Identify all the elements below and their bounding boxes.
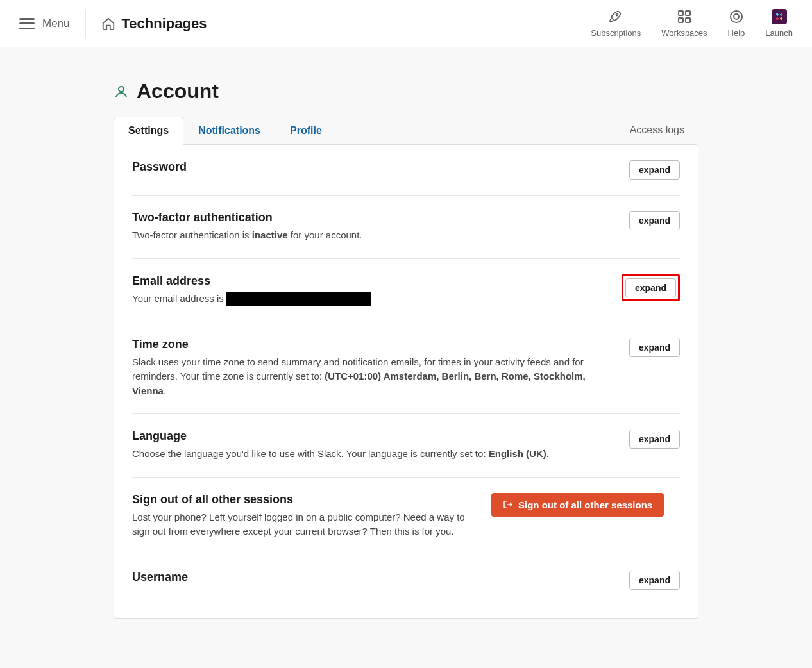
nav-label: Workspaces — [661, 28, 707, 38]
signout-icon — [503, 499, 513, 510]
person-icon — [114, 84, 129, 99]
menu-button[interactable]: Menu — [19, 10, 86, 38]
tab-profile[interactable]: Profile — [275, 117, 337, 145]
svg-rect-2 — [686, 11, 690, 15]
signout-all-button[interactable]: Sign out of all other sessions — [491, 493, 664, 517]
brand-name: Technipages — [122, 15, 207, 32]
section-title: Two-factor authentication — [132, 211, 616, 224]
menu-label: Menu — [42, 17, 70, 30]
svg-point-0 — [616, 14, 618, 16]
nav-help[interactable]: Help — [728, 9, 745, 38]
expand-language-button[interactable]: expand — [629, 430, 680, 449]
svg-point-7 — [119, 87, 124, 92]
section-desc: Slack uses your time zone to send summar… — [132, 355, 616, 399]
section-desc: Two-factor authentication is inactive fo… — [132, 228, 616, 243]
section-title: Language — [132, 430, 616, 443]
expand-timezone-button[interactable]: expand — [629, 338, 680, 357]
section-timezone: Time zone Slack uses your time zone to s… — [132, 322, 680, 415]
topbar-nav: Subscriptions Workspaces Help Launch — [591, 9, 793, 38]
expand-username-button[interactable]: expand — [629, 571, 680, 590]
section-language: Language Choose the language you'd like … — [132, 414, 680, 478]
section-email: Email address Your email address is expa… — [132, 259, 680, 322]
slack-icon — [772, 9, 787, 24]
tab-access-logs[interactable]: Access logs — [616, 117, 698, 144]
expand-password-button[interactable]: expand — [629, 160, 680, 180]
svg-rect-4 — [686, 18, 690, 22]
tabs: Settings Notifications Profile Access lo… — [114, 116, 698, 144]
home-icon — [101, 17, 115, 31]
tab-settings[interactable]: Settings — [114, 117, 183, 145]
expand-twofa-button[interactable]: expand — [629, 211, 680, 230]
nav-workspaces[interactable]: Workspaces — [661, 9, 707, 38]
nav-label: Launch — [765, 28, 793, 38]
help-icon — [729, 9, 744, 24]
section-two-factor: Two-factor authentication Two-factor aut… — [132, 196, 680, 259]
section-signout: Sign out of all other sessions Lost your… — [132, 478, 680, 555]
grid-icon — [677, 9, 692, 24]
page-title: Account — [137, 79, 219, 103]
section-username: Username expand — [132, 555, 680, 605]
section-title: Sign out of all other sessions — [132, 493, 478, 506]
tab-notifications[interactable]: Notifications — [183, 117, 275, 145]
page-heading: Account — [114, 79, 698, 103]
section-desc: Choose the language you'd like to use wi… — [132, 447, 616, 462]
svg-rect-1 — [679, 11, 683, 15]
signout-button-label: Sign out of all other sessions — [518, 499, 652, 510]
highlight-box: expand — [622, 274, 680, 301]
section-title: Username — [132, 571, 616, 584]
svg-rect-3 — [679, 18, 683, 22]
section-title: Email address — [132, 274, 609, 288]
settings-panel: Password expand Two-factor authenticatio… — [114, 144, 698, 619]
section-title: Time zone — [132, 338, 616, 351]
hamburger-icon — [19, 18, 35, 29]
expand-email-button[interactable]: expand — [625, 278, 676, 297]
section-desc: Lost your phone? Left yourself logged in… — [132, 510, 478, 539]
nav-subscriptions[interactable]: Subscriptions — [591, 9, 641, 38]
topbar: Menu Technipages Subscriptions Workspace… — [0, 0, 812, 47]
section-desc: Your email address is — [132, 292, 609, 306]
nav-label: Help — [728, 28, 745, 38]
svg-point-5 — [731, 11, 742, 22]
section-title: Password — [132, 160, 616, 174]
section-password: Password expand — [132, 145, 680, 196]
redacted-email — [226, 292, 371, 306]
rocket-icon — [608, 9, 623, 24]
nav-label: Subscriptions — [591, 28, 641, 38]
svg-point-6 — [734, 14, 739, 19]
nav-launch[interactable]: Launch — [765, 9, 793, 38]
brand-link[interactable]: Technipages — [101, 15, 207, 32]
